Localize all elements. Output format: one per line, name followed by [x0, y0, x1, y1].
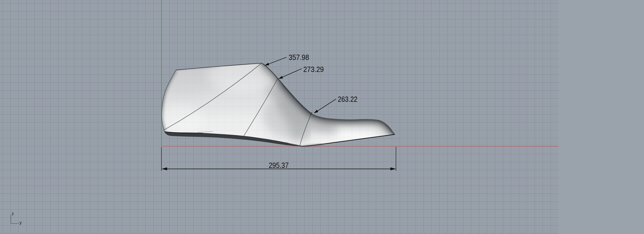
svg-text:273.29: 273.29 [303, 65, 324, 74]
svg-text:z: z [12, 211, 14, 216]
svg-text:295.37: 295.37 [269, 161, 289, 170]
svg-text:263.22: 263.22 [338, 95, 357, 104]
svg-text:y: y [20, 220, 22, 225]
svg-text:357.98: 357.98 [289, 53, 309, 62]
